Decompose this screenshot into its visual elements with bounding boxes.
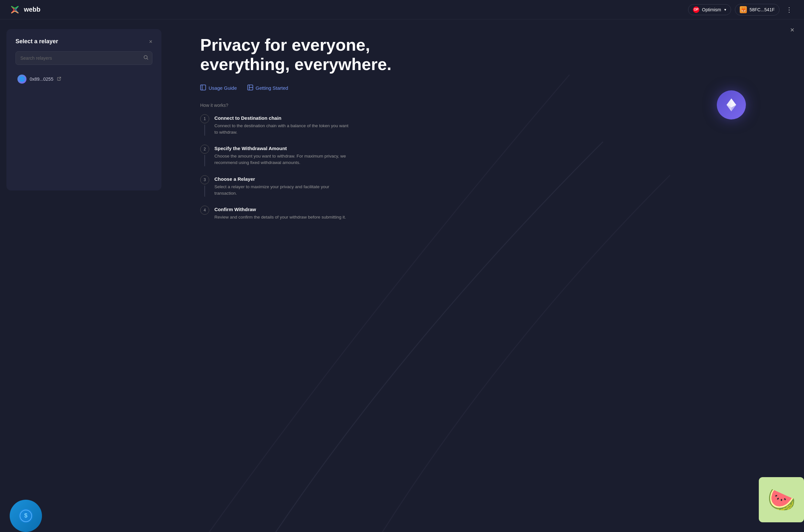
step-2: 2 Specify the Withdrawal Amount Choose t… (200, 145, 785, 166)
relayer-item[interactable]: 🌐 0x89...0255 (16, 71, 152, 87)
wallet-address-button[interactable]: 🦊 58FC...541F (735, 4, 780, 16)
logo-text: webb (24, 6, 40, 13)
step-4-title: Confirm Withdraw (214, 207, 346, 212)
step-3-circle: 3 (200, 175, 209, 184)
info-close-button[interactable]: × (790, 26, 794, 34)
network-label: Optimism (702, 7, 721, 12)
step-2-left: 2 (200, 145, 209, 166)
step-1: 1 Connect to Destination chain Connect t… (200, 114, 785, 136)
step-4-content: Confirm Withdraw Review and confirm the … (214, 206, 346, 221)
step-2-title: Specify the Withdrawal Amount (214, 146, 350, 151)
more-options-button[interactable]: ⋮ (783, 4, 795, 15)
nft-card-decoration: 🍉 (759, 477, 804, 522)
search-relayers-input[interactable] (16, 51, 152, 65)
select-relayer-modal: Select a relayer × 🌐 0x89...0255 (6, 29, 162, 190)
step-4: 4 Confirm Withdraw Review and confirm th… (200, 206, 785, 221)
step-2-circle: 2 (200, 145, 209, 154)
external-link-icon (57, 77, 61, 82)
step-3-description: Select a relayer to maximize your privac… (214, 184, 350, 197)
header: webb OP Optimism ▾ 🦊 58FC...541F ⋮ (0, 0, 804, 19)
svg-text:$: $ (24, 512, 27, 519)
tab-getting-started-label: Getting Started (256, 85, 288, 91)
step-3: 3 Choose a Relayer Select a relayer to m… (200, 175, 785, 197)
tabs-container: Usage Guide Getting Started (200, 84, 785, 94)
network-selector-button[interactable]: OP Optimism ▾ (688, 4, 731, 15)
info-panel-title: Privacy for everyone, everything, everyw… (200, 36, 394, 74)
header-right: OP Optimism ▾ 🦊 58FC...541F ⋮ (688, 4, 795, 16)
step-1-description: Connect to the destination chain with a … (214, 123, 350, 136)
main-content: Select a relayer × 🌐 0x89...0255 (0, 19, 804, 532)
webb-logo-icon (9, 4, 21, 16)
relayer-address: 0x89...0255 (30, 76, 53, 82)
step-1-line (204, 125, 205, 136)
modal-close-button[interactable]: × (149, 39, 152, 44)
getting-started-icon (247, 84, 253, 92)
modal-title: Select a relayer (16, 38, 58, 45)
step-1-circle: 1 (200, 114, 209, 123)
step-4-left: 4 (200, 206, 209, 221)
step-3-title: Choose a Relayer (214, 176, 350, 182)
modal-header: Select a relayer × (16, 38, 152, 45)
steps-container: 1 Connect to Destination chain Connect t… (200, 114, 785, 221)
step-3-left: 3 (200, 175, 209, 197)
step-1-content: Connect to Destination chain Connect to … (214, 114, 350, 136)
search-button[interactable] (143, 55, 149, 61)
how-it-works-label: How it works? (200, 103, 785, 108)
step-4-circle: 4 (200, 206, 209, 215)
step-2-content: Specify the Withdrawal Amount Choose the… (214, 145, 350, 166)
tab-usage-guide-label: Usage Guide (209, 85, 237, 91)
network-icon: OP (693, 6, 699, 13)
search-container (16, 51, 152, 65)
ethereum-orb-decoration (717, 90, 746, 119)
relayer-avatar: 🌐 (17, 75, 26, 83)
step-1-left: 1 (200, 114, 209, 136)
svg-point-0 (10, 4, 20, 15)
step-2-line (204, 155, 205, 166)
logo-container: webb (9, 4, 40, 16)
chevron-down-icon: ▾ (724, 7, 726, 12)
search-icon (143, 55, 149, 60)
tab-getting-started[interactable]: Getting Started (247, 84, 288, 94)
wallet-avatar: 🦊 (740, 6, 747, 13)
step-4-description: Review and confirm the details of your w… (214, 214, 346, 221)
step-1-title: Connect to Destination chain (214, 115, 350, 121)
svg-rect-2 (201, 85, 206, 90)
step-3-line (204, 186, 205, 197)
step-3-content: Choose a Relayer Select a relayer to max… (214, 175, 350, 197)
coin-orb-decoration: $ (10, 500, 42, 532)
step-2-description: Choose the amount you want to withdraw. … (214, 153, 350, 166)
tab-usage-guide[interactable]: Usage Guide (200, 84, 237, 94)
wallet-address-label: 58FC...541F (749, 7, 774, 12)
usage-guide-icon (200, 84, 206, 92)
